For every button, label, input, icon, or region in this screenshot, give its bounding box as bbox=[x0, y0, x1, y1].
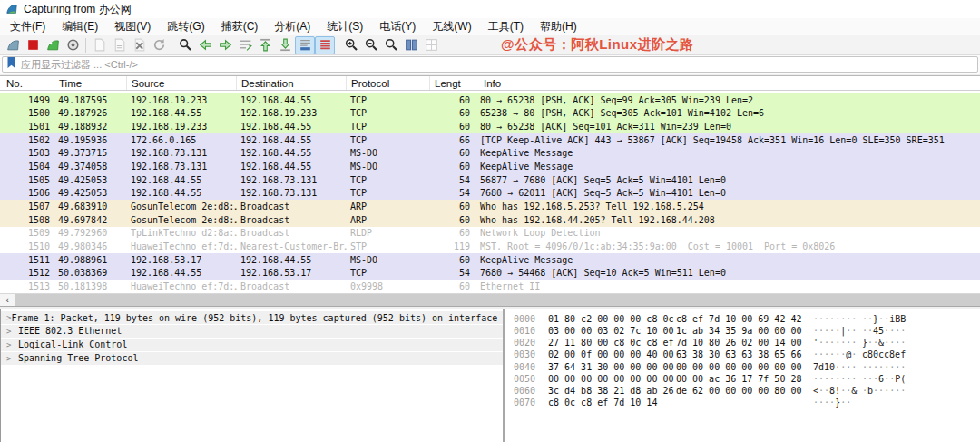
cell-info: KeepAlive Message bbox=[475, 162, 980, 172]
menu-item-file[interactable]: 文件(F) bbox=[2, 19, 54, 34]
menu-item-statistics[interactable]: 统计(S) bbox=[318, 19, 371, 34]
column-header-time[interactable]: Time bbox=[54, 76, 127, 90]
column-header-no[interactable]: No. bbox=[0, 76, 54, 90]
cell-dest: Broadcast bbox=[237, 228, 347, 238]
display-filter-field[interactable] bbox=[2, 56, 978, 73]
hex-row[interactable]: 001003 00 00 03 02 7c 10 001c ab 34 35 9… bbox=[514, 325, 980, 337]
expand-chevron-icon[interactable]: > bbox=[6, 340, 18, 349]
display-filter-input[interactable] bbox=[21, 59, 977, 70]
go-to-bottom-icon[interactable] bbox=[275, 36, 295, 54]
go-to-packet-icon[interactable] bbox=[235, 36, 255, 54]
restart-capture-icon[interactable] bbox=[43, 36, 63, 54]
detail-row[interactable]: >Frame 1: Packet, 119 bytes on wire (952… bbox=[1, 311, 503, 324]
cell-len: 54 bbox=[430, 188, 475, 198]
scroll-left-button[interactable]: ‹ bbox=[0, 294, 15, 306]
menu-item-wireless[interactable]: 无线(W) bbox=[424, 19, 479, 34]
cell-no: 1509 bbox=[0, 228, 54, 238]
ascii-bytes: ··}··iBB bbox=[862, 314, 906, 324]
resize-columns-icon[interactable] bbox=[401, 36, 421, 54]
menu-item-telephony[interactable]: 电话(Y) bbox=[371, 19, 424, 34]
hex-bytes: 3c d4 b8 38 21 d8 ab 26 bbox=[548, 385, 676, 397]
hex-row[interactable]: 0070c8 0c c8 ef 7d 10 14····}·· bbox=[514, 397, 980, 408]
expand-chevron-icon[interactable]: > bbox=[6, 354, 18, 363]
hex-row[interactable]: 000001 80 c2 00 00 00 c8 0cc8 ef 7d 10 0… bbox=[514, 313, 980, 325]
go-to-top-icon[interactable] bbox=[255, 36, 275, 54]
start-capture-icon[interactable] bbox=[3, 36, 23, 54]
wireshark-window: Capturing from 办公网 文件(F)编辑(E)视图(V)跳转(G)捕… bbox=[0, 0, 980, 442]
packet-row[interactable]: 151350.181398HuaweiTechno_ef:7d:…Broadca… bbox=[0, 280, 980, 293]
cell-info: Network Loop Detection bbox=[475, 228, 980, 238]
hex-bytes: 00 00 00 00 00 00 00 00 bbox=[676, 361, 804, 373]
column-header-source[interactable]: Source bbox=[127, 76, 237, 90]
menu-item-go[interactable]: 跳转(G) bbox=[159, 19, 212, 34]
go-forward-icon[interactable] bbox=[215, 36, 235, 54]
hex-row[interactable]: 00603c d4 b8 38 21 d8 ab 26de 62 00 00 0… bbox=[514, 385, 980, 397]
packet-row[interactable]: 150149.188932192.168.19.233192.168.44.55… bbox=[0, 120, 980, 133]
packet-row[interactable]: 150349.373715192.168.73.131192.168.44.55… bbox=[0, 147, 980, 161]
cell-len: 66 bbox=[430, 135, 475, 145]
packet-row[interactable]: 150649.425053192.168.44.55192.168.73.131… bbox=[0, 187, 980, 201]
ascii-bytes: ········ bbox=[813, 313, 862, 325]
packet-row[interactable]: 150249.195936172.66.0.165192.168.44.55TC… bbox=[0, 133, 980, 147]
detail-row[interactable]: >Logical-Link Control bbox=[1, 339, 503, 351]
cell-time: 49.188932 bbox=[54, 122, 127, 132]
menu-item-tools[interactable]: 工具(T) bbox=[480, 19, 532, 34]
detail-row[interactable]: >Spanning Tree Protocol bbox=[1, 352, 503, 365]
toolbar-separator bbox=[85, 38, 86, 53]
cell-info: 80 → 65238 [PSH, ACK] Seq=99 Ack=305 Win… bbox=[475, 95, 980, 105]
menu-item-view[interactable]: 视图(V) bbox=[106, 19, 159, 34]
zoom-out-icon[interactable] bbox=[361, 36, 381, 54]
packet-row[interactable]: 150949.792960TpLinkTechno_d2:8a:…Broadca… bbox=[0, 227, 980, 241]
bookmark-icon[interactable] bbox=[6, 56, 16, 73]
hex-offset: 0020 bbox=[514, 337, 537, 349]
go-back-icon[interactable] bbox=[195, 36, 215, 54]
column-header-protocol[interactable]: Protocol bbox=[347, 76, 430, 90]
hex-row[interactable]: 002027 11 80 00 c8 0c c8 ef7d 10 80 26 0… bbox=[514, 337, 980, 349]
cell-dest: 192.168.44.55 bbox=[237, 162, 347, 172]
cell-info: Who has 192.168.44.205? Tell 192.168.44.… bbox=[475, 215, 980, 225]
expand-chevron-icon[interactable]: > bbox=[6, 327, 18, 336]
colorize-icon[interactable] bbox=[315, 36, 335, 54]
packet-row[interactable]: 149949.187595192.168.19.233192.168.44.55… bbox=[0, 93, 980, 107]
column-header-info[interactable]: Info bbox=[475, 76, 980, 90]
stop-capture-icon[interactable] bbox=[23, 36, 43, 54]
cell-info: 56877 → 7680 [ACK] Seq=5 Ack=5 Win=4101 … bbox=[475, 175, 980, 185]
hex-row[interactable]: 004037 64 31 30 00 00 00 0000 00 00 00 0… bbox=[514, 361, 980, 373]
scrollbar-thumb[interactable] bbox=[15, 294, 980, 306]
ascii-bytes: ········ bbox=[862, 362, 906, 372]
zoom-in-icon[interactable] bbox=[341, 36, 361, 54]
hex-row[interactable]: 003002 00 0f 00 00 00 40 0063 38 30 63 6… bbox=[514, 349, 980, 360]
hex-bytes: 27 11 80 00 c8 0c c8 ef bbox=[548, 337, 676, 349]
hex-bytes: 01 80 c2 00 00 00 c8 0c bbox=[548, 313, 676, 325]
cell-info: 7680 → 54468 [ACK] Seq=10 Ack=5 Win=511 … bbox=[475, 268, 980, 278]
detail-row[interactable]: >IEEE 802.3 Ethernet bbox=[1, 325, 503, 338]
packet-row[interactable]: 150049.187926192.168.44.55192.168.19.233… bbox=[0, 107, 980, 121]
cell-dest: 192.168.44.55 bbox=[237, 255, 347, 265]
menu-item-capture[interactable]: 捕获(C) bbox=[213, 19, 267, 34]
packet-row[interactable]: 150449.374058192.168.73.131192.168.44.55… bbox=[0, 160, 980, 173]
column-header-destination[interactable]: Destination bbox=[237, 76, 347, 90]
zoom-reset-icon[interactable] bbox=[381, 36, 401, 54]
find-packet-icon[interactable] bbox=[175, 36, 195, 54]
column-header-length[interactable]: Lengt bbox=[430, 76, 475, 90]
packet-row[interactable]: 151250.038369192.168.44.55192.168.53.17T… bbox=[0, 267, 980, 280]
capture-options-icon[interactable] bbox=[63, 36, 83, 54]
packet-row[interactable]: 150849.697842GosunTelecom_2e:d8:…Broadca… bbox=[0, 213, 980, 227]
cell-len: 60 bbox=[430, 201, 475, 211]
packet-row[interactable]: 150749.683910GosunTelecom_2e:d8:…Broadca… bbox=[0, 200, 980, 213]
auto-scroll-icon[interactable] bbox=[295, 36, 315, 54]
packet-row[interactable]: 151049.980346HuaweiTechno_ef:7d:…Nearest… bbox=[0, 240, 980, 253]
hex-row[interactable]: 005000 00 00 00 00 00 00 0000 00 ac 36 1… bbox=[514, 373, 980, 385]
cell-no: 1510 bbox=[0, 241, 54, 251]
cell-dest: Broadcast bbox=[237, 215, 347, 225]
menu-item-edit[interactable]: 编辑(E) bbox=[54, 19, 106, 34]
packet-row[interactable]: 150549.425053192.168.44.55192.168.73.131… bbox=[0, 173, 980, 187]
cell-proto: TCP bbox=[347, 175, 430, 185]
horizontal-scrollbar[interactable]: ‹ bbox=[0, 293, 980, 306]
packet-row[interactable]: 151149.988961192.168.53.17192.168.44.55M… bbox=[0, 253, 980, 267]
cell-dest: 192.168.73.131 bbox=[237, 188, 347, 198]
menu-item-help[interactable]: 帮助(H) bbox=[532, 19, 585, 34]
wireshark-logo-icon bbox=[5, 3, 18, 15]
cell-proto: RLDP bbox=[347, 228, 430, 238]
menu-item-analyze[interactable]: 分析(A) bbox=[266, 19, 318, 34]
